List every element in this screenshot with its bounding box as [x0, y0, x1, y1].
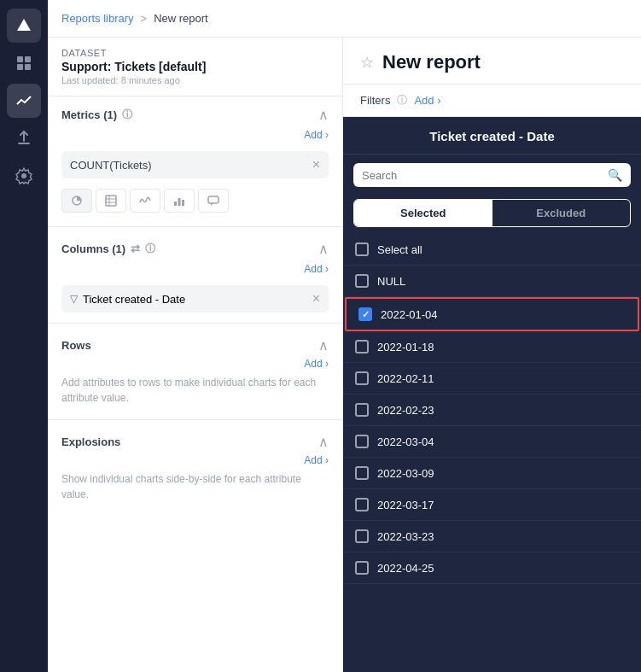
divider-1: [48, 226, 342, 227]
chart-icon-wave[interactable]: [130, 189, 160, 213]
svg-rect-3: [17, 64, 23, 70]
column-remove-btn[interactable]: ×: [312, 292, 320, 306]
filter-item-2022-03-04[interactable]: 2022-03-04: [343, 426, 641, 458]
filter-item-2022-03-17[interactable]: 2022-03-17: [343, 489, 641, 521]
filter-list: Select allNULL2022-01-042022-01-182022-0…: [343, 234, 641, 672]
explosions-description: Show individual charts side-by-side for …: [61, 471, 329, 502]
column-chip: ▽ Ticket created - Date ×: [61, 285, 329, 313]
filter-checkbox-2022-03-09[interactable]: [355, 466, 369, 480]
dataset-label: Dataset: [61, 48, 329, 58]
report-header: ☆ New report: [343, 38, 641, 85]
metric-chip-text: COUNT(Tickets): [70, 159, 152, 172]
right-panel: ☆ New report Filters ⓘ Add › Ticket crea…: [343, 38, 641, 672]
nav-upload[interactable]: [7, 121, 41, 155]
columns-info-icon: ⓘ: [145, 242, 155, 256]
chart-icon-comment[interactable]: [198, 189, 229, 213]
metrics-header: Metrics (1) ⓘ ∧: [48, 96, 342, 126]
filter-item-2022-04-25[interactable]: 2022-04-25: [343, 552, 641, 584]
filters-label: Filters: [360, 94, 390, 107]
filter-checkbox-2022-04-25[interactable]: [355, 561, 369, 575]
filter-item-label-2022-01-04: 2022-01-04: [381, 308, 438, 321]
rows-header: Rows ∧: [61, 327, 329, 357]
filters-info-icon: ⓘ: [397, 93, 407, 108]
dataset-section: Dataset Support: Tickets [default] Last …: [48, 38, 342, 96]
column-chip-inner: ▽ Ticket created - Date: [70, 293, 185, 306]
tab-excluded[interactable]: Excluded: [492, 200, 631, 226]
filter-checkbox-2022-03-04[interactable]: [355, 435, 369, 448]
filter-item-2022-02-11[interactable]: 2022-02-11: [343, 363, 641, 394]
metrics-add-link[interactable]: Add ›: [48, 126, 342, 148]
filter-item-label-2022-03-23: 2022-03-23: [377, 530, 434, 543]
columns-title: Columns (1) ⇄ ⓘ: [61, 242, 155, 256]
rows-title: Rows: [61, 339, 91, 352]
metric-remove-btn[interactable]: ×: [312, 158, 320, 172]
filter-item-2022-03-23[interactable]: 2022-03-23: [343, 521, 641, 552]
column-chip-text: Ticket created - Date: [83, 293, 185, 306]
metrics-collapse-btn[interactable]: ∧: [318, 107, 329, 123]
filter-checkbox-null[interactable]: [355, 274, 369, 288]
explosions-collapse-btn[interactable]: ∧: [318, 434, 329, 450]
report-title: New report: [382, 51, 481, 73]
chart-icon-bar[interactable]: [164, 189, 195, 213]
rows-add-link[interactable]: Add ›: [61, 357, 329, 370]
filter-checkbox-2022-02-11[interactable]: [355, 371, 369, 385]
columns-header: Columns (1) ⇄ ⓘ ∧: [48, 231, 342, 260]
star-icon[interactable]: ☆: [360, 53, 374, 72]
filters-bar: Filters ⓘ Add ›: [343, 85, 641, 117]
nav-settings[interactable]: [7, 159, 41, 193]
search-input[interactable]: [362, 169, 603, 182]
search-icon: 🔍: [608, 168, 622, 182]
svg-rect-14: [182, 200, 184, 206]
svg-rect-8: [106, 196, 116, 206]
filter-item-null[interactable]: NULL: [343, 266, 641, 297]
filter-checkbox-2022-02-23[interactable]: [355, 403, 369, 417]
svg-rect-5: [18, 143, 30, 144]
svg-rect-15: [208, 196, 219, 203]
filter-checkbox-2022-01-18[interactable]: [355, 340, 369, 354]
chart-icon-table[interactable]: [96, 189, 126, 213]
dropdown-title: Ticket created - Date: [343, 117, 641, 155]
filter-item-2022-01-04[interactable]: 2022-01-04: [345, 297, 639, 331]
filter-item-label-null: NULL: [377, 275, 405, 288]
svg-rect-2: [25, 56, 31, 62]
filter-checkbox-select-all[interactable]: [355, 243, 369, 256]
columns-add-link[interactable]: Add ›: [48, 260, 342, 282]
filter-item-label-2022-03-17: 2022-03-17: [377, 499, 434, 511]
svg-point-6: [21, 173, 26, 178]
filter-item-2022-02-23[interactable]: 2022-02-23: [343, 394, 641, 426]
filter-item-label-2022-02-23: 2022-02-23: [377, 404, 434, 417]
filter-item-label-2022-04-25: 2022-04-25: [377, 562, 434, 575]
main-content: Reports library > New report Dataset Sup…: [48, 0, 641, 672]
metrics-title: Metrics (1) ⓘ: [61, 108, 132, 122]
filter-item-select-all[interactable]: Select all: [343, 234, 641, 266]
rows-collapse-btn[interactable]: ∧: [318, 337, 329, 354]
chart-icon-circle[interactable]: [61, 189, 92, 213]
nav-dashboard[interactable]: [7, 46, 41, 80]
nav-reports[interactable]: [7, 84, 41, 118]
explosions-add-link[interactable]: Add ›: [61, 453, 329, 466]
left-panel: Dataset Support: Tickets [default] Last …: [48, 38, 343, 672]
filter-item-2022-01-18[interactable]: 2022-01-18: [343, 331, 641, 363]
filter-checkbox-2022-03-17[interactable]: [355, 498, 369, 511]
columns-collapse-btn[interactable]: ∧: [318, 241, 329, 257]
content-split: Dataset Support: Tickets [default] Last …: [48, 38, 641, 672]
filter-item-2022-03-09[interactable]: 2022-03-09: [343, 458, 641, 489]
add-filter-link[interactable]: Add ›: [414, 94, 440, 107]
divider-3: [48, 419, 342, 420]
rows-section: Rows ∧ Add › Add attributes to rows to m…: [48, 327, 342, 406]
svg-rect-1: [17, 56, 23, 62]
dataset-updated: Last updated: 8 minutes ago: [61, 75, 329, 85]
nav-logo[interactable]: [7, 9, 41, 43]
breadcrumb: Reports library > New report: [48, 0, 641, 38]
filter-item-label-2022-03-09: 2022-03-09: [377, 467, 434, 480]
dropdown-overlay: Ticket created - Date 🔍 Selected Exclude…: [343, 117, 641, 672]
chart-type-icons: [48, 185, 342, 223]
breadcrumb-library-link[interactable]: Reports library: [61, 12, 134, 25]
filter-item-label-2022-03-04: 2022-03-04: [377, 435, 434, 448]
filter-checkbox-2022-03-23[interactable]: [355, 529, 369, 543]
filter-checkbox-2022-01-04[interactable]: [358, 307, 372, 321]
explosions-title: Explosions: [61, 435, 120, 448]
svg-rect-12: [174, 202, 177, 206]
filter-item-label-2022-02-11: 2022-02-11: [377, 372, 434, 385]
tab-selected[interactable]: Selected: [354, 200, 492, 226]
